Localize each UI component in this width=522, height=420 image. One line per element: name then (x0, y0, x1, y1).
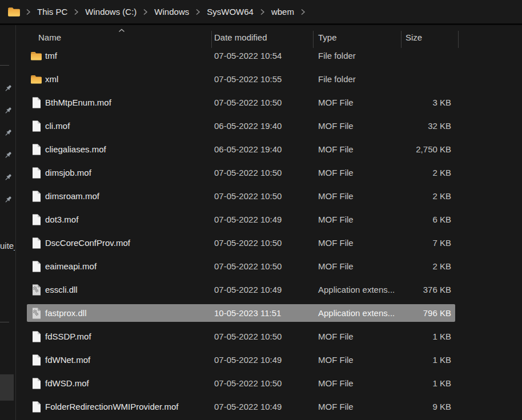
file-name: fdWNet.mof (45, 348, 90, 371)
file-date-modified: 07-05-2022 10:50 (214, 161, 282, 184)
file-name: BthMtpEnum.mof (45, 91, 111, 114)
file-name: fdSSDP.mof (45, 325, 91, 348)
mof-file-icon (30, 237, 42, 249)
chevron-right-icon (260, 9, 265, 15)
table-row[interactable]: dot3.mof 07-05-2022 10:49 MOF File 6 KB (0, 208, 522, 231)
file-type: MOF File (318, 184, 354, 208)
mof-file-icon (30, 96, 42, 108)
file-explorer-window: This PCWindows (C:)WindowsSysWOW64wbem u… (0, 0, 522, 420)
chevron-right-icon[interactable] (300, 9, 306, 15)
table-row[interactable]: fdSSDP.mof 07-05-2022 10:50 MOF File 1 K… (0, 325, 522, 348)
file-size: 7 KB (366, 231, 451, 255)
file-type: MOF File (318, 371, 354, 395)
chevron-right-icon (74, 9, 79, 15)
mof-file-icon (30, 401, 42, 413)
folder-icon (30, 73, 42, 85)
file-size: 796 KB (366, 301, 451, 325)
file-date-modified: 07-05-2022 10:50 (214, 231, 282, 255)
file-date-modified: 10-05-2023 11:51 (214, 301, 281, 325)
table-row[interactable]: BthMtpEnum.mof 07-05-2022 10:50 MOF File… (0, 91, 522, 114)
mof-file-icon (30, 190, 42, 202)
file-date-modified: 07-05-2022 10:50 (214, 184, 282, 208)
file-name: dimsjob.mof (45, 161, 91, 184)
file-name: FolderRedirectionWMIProvider.mof (45, 395, 178, 418)
file-size: 1 KB (366, 348, 451, 371)
table-row[interactable]: FolderRedirectionWMIProvider.mof 07-05-2… (0, 395, 522, 418)
table-row[interactable]: esscli.dll 07-05-2022 10:49 Application … (0, 278, 522, 301)
file-date-modified: 07-05-2022 10:54 (214, 44, 282, 67)
file-size: 2 KB (366, 161, 451, 184)
file-type: MOF File (318, 91, 354, 114)
file-size: 32 KB (366, 114, 451, 138)
mof-file-icon (30, 377, 42, 389)
table-row[interactable]: xml 07-05-2022 10:55 File folder (0, 67, 522, 91)
mof-file-icon (30, 167, 42, 179)
column-header-name[interactable]: Name (38, 33, 61, 42)
table-row[interactable]: fastprox.dll 10-05-2023 11:51 Applicatio… (0, 301, 522, 325)
column-header-date-modified[interactable]: Date modified (214, 33, 267, 42)
file-date-modified: 06-05-2022 19:40 (214, 138, 282, 161)
file-name: tmf (45, 44, 57, 67)
file-date-modified: 07-05-2022 10:50 (214, 91, 282, 114)
file-name: fastprox.dll (45, 301, 87, 325)
mof-file-icon (30, 330, 42, 342)
chevron-right-icon (195, 9, 200, 15)
table-row[interactable]: fdWNet.mof 07-05-2022 10:49 MOF File 1 K… (0, 348, 522, 371)
file-name: dimsroam.mof (45, 184, 99, 208)
column-header-size[interactable]: Size (405, 33, 422, 42)
current-folder-icon (7, 7, 21, 17)
file-type: MOF File (318, 114, 354, 138)
file-date-modified: 07-05-2022 10:49 (214, 208, 282, 231)
file-date-modified: 07-05-2022 10:55 (214, 67, 282, 91)
breadcrumb-item[interactable]: SysWOW64 (203, 5, 257, 18)
file-size: 376 KB (366, 278, 451, 301)
file-type: File folder (318, 44, 356, 67)
file-size: 2 KB (366, 255, 451, 278)
sort-ascending-icon (118, 29, 125, 33)
table-row[interactable]: cli.mof 06-05-2022 19:40 MOF File 32 KB (0, 114, 522, 138)
file-date-modified: 06-05-2022 19:40 (214, 114, 282, 138)
file-size: 2,750 KB (366, 138, 451, 161)
chevron-right-icon (26, 9, 31, 15)
breadcrumb-item[interactable]: Windows (C:) (82, 5, 140, 18)
file-size (366, 44, 451, 67)
breadcrumb-item[interactable]: This PC (34, 5, 71, 18)
file-name: xml (45, 67, 58, 91)
table-row[interactable]: dimsroam.mof 07-05-2022 10:50 MOF File 2… (0, 184, 522, 208)
file-size: 9 KB (366, 395, 451, 418)
file-type: MOF File (318, 161, 354, 184)
file-name: DscCoreConfProv.mof (45, 231, 130, 255)
table-row[interactable]: fdWSD.mof 07-05-2022 10:50 MOF File 1 KB (0, 371, 522, 395)
file-type: MOF File (318, 231, 354, 255)
file-size: 2 KB (366, 184, 451, 208)
file-date-modified: 07-05-2022 10:50 (214, 371, 282, 395)
mof-file-icon (30, 260, 42, 272)
file-name: cli.mof (45, 114, 70, 138)
breadcrumb-item[interactable]: Windows (151, 5, 192, 18)
dll-file-icon (30, 284, 42, 296)
table-row[interactable]: DscCoreConfProv.mof 07-05-2022 10:50 MOF… (0, 231, 522, 255)
file-size: 6 KB (366, 208, 451, 231)
file-name: eaimeapi.mof (45, 255, 97, 278)
table-row[interactable]: eaimeapi.mof 07-05-2022 10:50 MOF File 2… (0, 255, 522, 278)
dll-file-icon (30, 307, 42, 319)
file-size: 3 KB (366, 91, 451, 114)
mof-file-icon (30, 120, 42, 132)
file-date-modified: 07-05-2022 10:49 (214, 278, 282, 301)
table-row[interactable]: cliegaliases.mof 06-05-2022 19:40 MOF Fi… (0, 138, 522, 161)
table-row[interactable]: tmf 07-05-2022 10:54 File folder (0, 44, 522, 67)
mof-file-icon (30, 213, 42, 225)
table-row[interactable]: dimsjob.mof 07-05-2022 10:50 MOF File 2 … (0, 161, 522, 184)
file-date-modified: 07-05-2022 10:50 (214, 325, 282, 348)
file-size: 1 KB (366, 325, 451, 348)
breadcrumb-item[interactable]: wbem (268, 5, 298, 18)
file-name: fdWSD.mof (45, 371, 89, 395)
file-date-modified: 07-05-2022 10:49 (214, 348, 282, 371)
file-type: MOF File (318, 255, 354, 278)
file-name: esscli.dll (45, 278, 78, 301)
file-list: tmf 07-05-2022 10:54 File folder (0, 44, 522, 420)
chevron-right-icon (143, 9, 148, 15)
column-header-type[interactable]: Type (318, 33, 337, 42)
file-type: File folder (318, 67, 356, 91)
mof-file-icon (30, 143, 42, 155)
